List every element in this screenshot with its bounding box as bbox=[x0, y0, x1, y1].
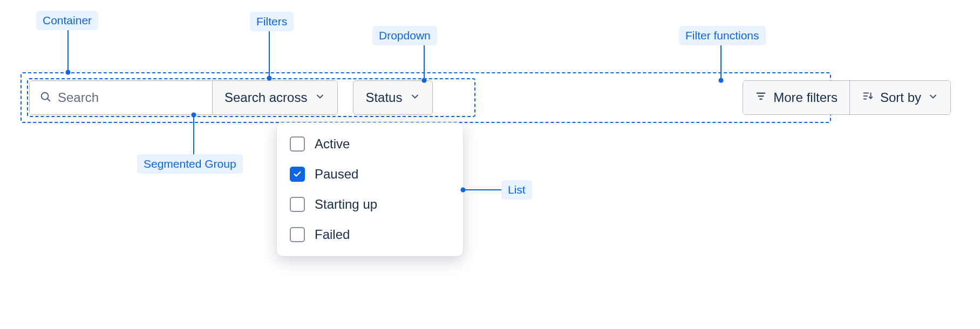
anno-line bbox=[720, 45, 722, 80]
sort-icon bbox=[862, 90, 874, 105]
anno-dot bbox=[461, 188, 466, 193]
anno-container-label: Container bbox=[36, 11, 98, 30]
status-option-label: Failed bbox=[315, 227, 350, 242]
chevron-down-icon bbox=[315, 90, 325, 105]
search-field-wrapper bbox=[30, 81, 212, 114]
more-filters-label: More filters bbox=[773, 90, 838, 105]
checkbox-unchecked[interactable] bbox=[290, 227, 305, 242]
status-dropdown-button[interactable]: Status bbox=[353, 80, 433, 115]
anno-line bbox=[193, 115, 194, 154]
status-label: Status bbox=[365, 90, 402, 105]
checkbox-checked[interactable] bbox=[290, 167, 305, 182]
more-filters-button[interactable]: More filters bbox=[743, 81, 849, 114]
sort-by-button[interactable]: Sort by bbox=[849, 81, 950, 114]
anno-dot bbox=[66, 70, 71, 75]
status-option-label: Paused bbox=[315, 167, 358, 182]
status-option-label: Starting up bbox=[315, 197, 377, 212]
anno-filters-label: Filters bbox=[250, 12, 294, 31]
anno-line bbox=[463, 189, 501, 190]
checkbox-unchecked[interactable] bbox=[290, 197, 305, 212]
search-across-button[interactable]: Search across bbox=[212, 81, 337, 114]
filter-functions-group: More filters Sort by bbox=[743, 80, 951, 115]
sort-by-label: Sort by bbox=[880, 90, 921, 105]
status-dropdown-list: Active Paused Starting up Failed bbox=[277, 122, 463, 256]
search-across-label: Search across bbox=[224, 90, 307, 105]
filter-icon bbox=[755, 90, 767, 105]
anno-dot bbox=[422, 78, 427, 83]
search-icon bbox=[39, 91, 51, 105]
chevron-down-icon bbox=[410, 90, 420, 105]
anno-dot bbox=[719, 78, 724, 83]
chevron-down-icon bbox=[928, 90, 938, 105]
search-input[interactable] bbox=[58, 90, 202, 105]
svg-rect-3 bbox=[758, 95, 764, 97]
anno-dot bbox=[267, 76, 272, 81]
anno-segmented-group-label: Segmented Group bbox=[137, 154, 243, 174]
anno-line bbox=[269, 31, 270, 78]
svg-rect-4 bbox=[760, 99, 763, 100]
status-option-paused[interactable]: Paused bbox=[277, 159, 463, 189]
anno-list-label: List bbox=[501, 180, 532, 200]
status-option-starting-up[interactable]: Starting up bbox=[277, 189, 463, 220]
filter-bar-container: Search across Status bbox=[29, 80, 951, 115]
anno-line bbox=[67, 30, 69, 72]
anno-line bbox=[424, 45, 425, 80]
svg-rect-2 bbox=[757, 93, 766, 94]
anno-filter-functions-label: Filter functions bbox=[679, 26, 766, 45]
checkbox-unchecked[interactable] bbox=[290, 136, 305, 152]
svg-line-1 bbox=[47, 99, 50, 101]
anno-dropdown-label: Dropdown bbox=[372, 26, 437, 45]
filters-cluster: Search across Status bbox=[29, 80, 433, 115]
segmented-group: Search across bbox=[29, 80, 338, 115]
status-option-label: Active bbox=[315, 136, 350, 152]
anno-dot bbox=[192, 113, 196, 118]
status-option-failed[interactable]: Failed bbox=[277, 220, 463, 250]
status-option-active[interactable]: Active bbox=[277, 129, 463, 159]
